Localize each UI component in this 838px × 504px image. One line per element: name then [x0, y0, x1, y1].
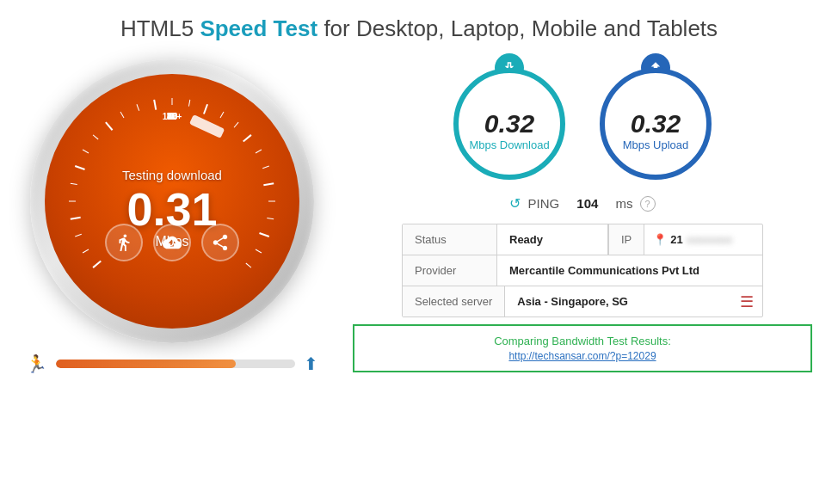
ip-blurred: xxxxxxxx — [687, 234, 732, 246]
upload-speed-value: 0.32 — [631, 109, 681, 138]
svg-text:40: 40 — [167, 111, 177, 121]
ip-value: 📍 21xxxxxxxx — [644, 224, 741, 255]
svg-text:20: 20 — [167, 111, 177, 121]
run-button[interactable] — [105, 224, 143, 261]
page-header: HTML5 Speed Test for Desktop, Laptop, Mo… — [0, 0, 838, 51]
svg-line-5 — [71, 183, 77, 184]
svg-line-20 — [262, 166, 269, 169]
download-circle: 0.32 Mbps Download — [453, 68, 565, 180]
status-label: Status — [403, 224, 497, 255]
svg-line-2 — [75, 234, 82, 237]
svg-text:50: 50 — [167, 111, 177, 121]
svg-text:1: 1 — [169, 111, 175, 121]
ip-number: 21 — [670, 233, 682, 246]
server-label: Selected server — [403, 286, 505, 317]
svg-line-19 — [256, 150, 262, 153]
progress-left-icon: 🏃 — [26, 353, 47, 374]
gauge-outer: // ticks will be drawn in CSS/SVG below — [30, 59, 314, 343]
status-cell: Status Ready — [403, 224, 607, 255]
download-ring: 0.32 Mbps Download — [453, 68, 565, 180]
ping-value: 104 — [576, 196, 598, 211]
svg-text:10: 10 — [167, 111, 177, 121]
upload-test-button[interactable] — [153, 224, 191, 261]
speed-circles: 0.32 Mbps Download 0.32 Mbps Upload — [453, 68, 712, 180]
ping-unit: ms — [616, 196, 633, 211]
svg-text:30: 30 — [167, 111, 177, 121]
info-table: Status Ready IP 📍 21xxxxxxxx Provider — [402, 224, 763, 317]
ping-label: PING — [527, 196, 559, 211]
svg-line-26 — [246, 263, 251, 267]
svg-line-17 — [234, 122, 238, 127]
svg-line-18 — [243, 135, 251, 142]
svg-line-9 — [106, 122, 113, 130]
svg-line-10 — [120, 112, 124, 118]
progress-bar-section: 🏃 ⬆ — [17, 353, 327, 374]
ping-row: ↺ PING 104 ms ? — [509, 195, 655, 212]
speedometer-section: // ticks will be drawn in CSS/SVG below — [17, 59, 327, 374]
provider-label: Provider — [403, 255, 497, 286]
ping-icon: ↺ — [509, 195, 521, 212]
progress-bar-background — [56, 360, 295, 368]
svg-line-8 — [93, 135, 98, 139]
svg-line-15 — [204, 104, 207, 114]
svg-line-16 — [220, 112, 224, 118]
server-menu-icon[interactable]: ☰ — [740, 292, 762, 311]
svg-line-3 — [71, 218, 81, 219]
gauge-icons-row — [105, 224, 239, 261]
download-speed-label: Mbps Download — [469, 138, 549, 151]
svg-line-0 — [93, 261, 101, 267]
status-ip-row: Status Ready IP 📍 21xxxxxxxx — [403, 224, 762, 255]
bandwidth-link[interactable]: http://techsansar.com/?p=12029 — [372, 350, 793, 362]
gauge-status-label: Testing download — [122, 168, 222, 182]
location-icon: 📍 — [653, 233, 667, 246]
provider-row: Provider Mercantile Communications Pvt L… — [403, 255, 762, 286]
status-value: Ready — [497, 224, 607, 255]
gauge-inner: // ticks will be drawn in CSS/SVG below — [45, 74, 299, 329]
svg-line-23 — [267, 218, 274, 218]
server-row: Selected server Asia - Singapore, SG ☰ — [403, 286, 762, 317]
svg-line-21 — [263, 183, 274, 185]
svg-line-11 — [137, 104, 139, 111]
bandwidth-compare-box: Comparing Bandwidth Test Results: http:/… — [353, 324, 812, 372]
bandwidth-title: Comparing Bandwidth Test Results: — [372, 335, 793, 347]
svg-line-25 — [256, 249, 262, 253]
header-bold: Speed Test — [200, 15, 317, 41]
progress-bar-fill — [56, 360, 236, 368]
progress-right-icon: ⬆ — [304, 353, 318, 374]
svg-line-24 — [259, 233, 268, 237]
svg-line-12 — [154, 100, 156, 110]
upload-circle: 0.32 Mbps Upload — [600, 68, 712, 180]
svg-line-6 — [75, 166, 84, 169]
svg-rect-37 — [189, 114, 225, 138]
ping-help-button[interactable]: ? — [640, 196, 656, 212]
upload-ring: 0.32 Mbps Upload — [600, 68, 712, 180]
svg-line-14 — [188, 100, 189, 107]
svg-line-1 — [83, 249, 89, 253]
svg-text:0: 0 — [169, 111, 175, 121]
svg-line-7 — [83, 150, 89, 153]
ip-cell: IP 📍 21xxxxxxxx — [607, 224, 762, 255]
right-panel: 0.32 Mbps Download 0.32 Mbps Upload ↺ PI… — [353, 59, 812, 372]
upload-speed-label: Mbps Upload — [623, 138, 689, 151]
svg-text:5: 5 — [169, 111, 175, 121]
server-value: Asia - Singapore, SG — [505, 286, 740, 317]
provider-value: Mercantile Communications Pvt Ltd — [497, 255, 762, 286]
download-speed-value: 0.32 — [484, 109, 534, 138]
ip-label: IP — [608, 224, 644, 255]
svg-text:100+: 100+ — [163, 112, 182, 121]
share-button[interactable] — [201, 224, 239, 261]
svg-text:75: 75 — [167, 111, 177, 121]
